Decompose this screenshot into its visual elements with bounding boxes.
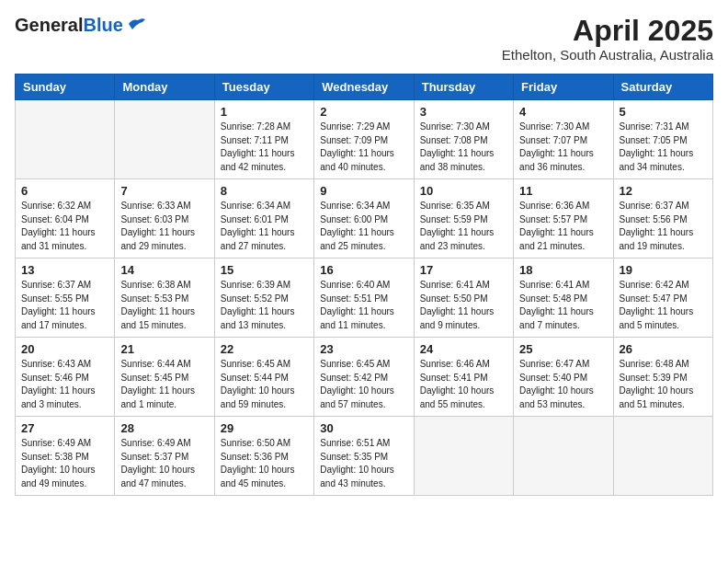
calendar-cell xyxy=(414,417,513,496)
day-number: 11 xyxy=(519,184,607,198)
calendar-cell xyxy=(16,100,115,179)
calendar-cell: 10Sunrise: 6:35 AM Sunset: 5:59 PM Dayli… xyxy=(414,179,513,259)
day-number: 30 xyxy=(320,421,407,435)
page-header: GeneralBlue April 2025 Ethelton, South A… xyxy=(15,15,713,63)
col-header-wednesday: Wednesday xyxy=(314,75,414,100)
day-number: 15 xyxy=(221,263,308,277)
day-info: Sunrise: 6:42 AM Sunset: 5:47 PM Dayligh… xyxy=(620,279,707,332)
day-info: Sunrise: 6:37 AM Sunset: 5:56 PM Dayligh… xyxy=(620,200,707,253)
day-number: 22 xyxy=(221,342,308,356)
day-number: 9 xyxy=(320,184,407,198)
day-number: 23 xyxy=(320,342,407,356)
calendar-week-1: 1Sunrise: 7:28 AM Sunset: 7:11 PM Daylig… xyxy=(16,100,713,179)
calendar-cell: 9Sunrise: 6:34 AM Sunset: 6:00 PM Daylig… xyxy=(314,179,414,259)
logo-blue: Blue xyxy=(83,15,122,35)
day-number: 3 xyxy=(420,105,507,119)
calendar-cell: 26Sunrise: 6:48 AM Sunset: 5:39 PM Dayli… xyxy=(613,338,712,417)
logo-text: GeneralBlue xyxy=(15,15,123,36)
day-info: Sunrise: 7:28 AM Sunset: 7:11 PM Dayligh… xyxy=(221,121,308,174)
day-number: 1 xyxy=(221,105,308,119)
calendar-cell: 5Sunrise: 7:31 AM Sunset: 7:05 PM Daylig… xyxy=(613,100,712,179)
day-number: 24 xyxy=(420,342,507,356)
day-info: Sunrise: 6:45 AM Sunset: 5:44 PM Dayligh… xyxy=(221,358,308,411)
calendar-cell: 2Sunrise: 7:29 AM Sunset: 7:09 PM Daylig… xyxy=(314,100,414,179)
day-number: 2 xyxy=(320,105,407,119)
day-number: 8 xyxy=(221,184,308,198)
day-number: 16 xyxy=(320,263,407,277)
calendar-cell: 6Sunrise: 6:32 AM Sunset: 6:04 PM Daylig… xyxy=(16,179,115,259)
calendar-cell: 22Sunrise: 6:45 AM Sunset: 5:44 PM Dayli… xyxy=(214,338,313,417)
day-number: 21 xyxy=(120,342,208,356)
calendar-cell xyxy=(613,417,712,496)
location: Ethelton, South Australia, Australia xyxy=(502,47,713,63)
col-header-friday: Friday xyxy=(514,75,613,100)
bird-icon xyxy=(127,17,147,35)
day-info: Sunrise: 6:44 AM Sunset: 5:45 PM Dayligh… xyxy=(120,358,208,411)
calendar-cell xyxy=(115,100,214,179)
calendar-week-3: 13Sunrise: 6:37 AM Sunset: 5:55 PM Dayli… xyxy=(16,259,713,338)
day-info: Sunrise: 6:35 AM Sunset: 5:59 PM Dayligh… xyxy=(420,200,507,253)
day-number: 4 xyxy=(519,105,607,119)
day-info: Sunrise: 6:51 AM Sunset: 5:35 PM Dayligh… xyxy=(320,437,407,490)
calendar-cell: 17Sunrise: 6:41 AM Sunset: 5:50 PM Dayli… xyxy=(414,259,513,338)
calendar-cell: 14Sunrise: 6:38 AM Sunset: 5:53 PM Dayli… xyxy=(115,259,214,338)
day-number: 6 xyxy=(21,184,108,198)
day-info: Sunrise: 6:45 AM Sunset: 5:42 PM Dayligh… xyxy=(320,358,407,411)
col-header-saturday: Saturday xyxy=(613,75,712,100)
calendar-cell: 12Sunrise: 6:37 AM Sunset: 5:56 PM Dayli… xyxy=(613,179,712,259)
col-header-sunday: Sunday xyxy=(16,75,115,100)
calendar-cell: 28Sunrise: 6:49 AM Sunset: 5:37 PM Dayli… xyxy=(115,417,214,496)
calendar-cell: 29Sunrise: 6:50 AM Sunset: 5:36 PM Dayli… xyxy=(214,417,313,496)
calendar-cell: 8Sunrise: 6:34 AM Sunset: 6:01 PM Daylig… xyxy=(214,179,313,259)
calendar-cell: 13Sunrise: 6:37 AM Sunset: 5:55 PM Dayli… xyxy=(16,259,115,338)
day-info: Sunrise: 6:46 AM Sunset: 5:41 PM Dayligh… xyxy=(420,358,507,411)
day-info: Sunrise: 6:40 AM Sunset: 5:51 PM Dayligh… xyxy=(320,279,407,332)
calendar-header-row: SundayMondayTuesdayWednesdayThursdayFrid… xyxy=(16,75,713,100)
day-info: Sunrise: 7:29 AM Sunset: 7:09 PM Dayligh… xyxy=(320,121,407,174)
calendar-cell: 7Sunrise: 6:33 AM Sunset: 6:03 PM Daylig… xyxy=(115,179,214,259)
calendar-week-5: 27Sunrise: 6:49 AM Sunset: 5:38 PM Dayli… xyxy=(16,417,713,496)
logo: GeneralBlue xyxy=(15,15,147,36)
day-info: Sunrise: 6:33 AM Sunset: 6:03 PM Dayligh… xyxy=(120,200,208,253)
day-number: 27 xyxy=(21,421,108,435)
day-number: 26 xyxy=(620,342,707,356)
col-header-thursday: Thursday xyxy=(414,75,513,100)
day-info: Sunrise: 7:30 AM Sunset: 7:08 PM Dayligh… xyxy=(420,121,507,174)
calendar-cell: 4Sunrise: 7:30 AM Sunset: 7:07 PM Daylig… xyxy=(514,100,613,179)
day-info: Sunrise: 6:41 AM Sunset: 5:48 PM Dayligh… xyxy=(519,279,607,332)
calendar-cell: 21Sunrise: 6:44 AM Sunset: 5:45 PM Dayli… xyxy=(115,338,214,417)
day-info: Sunrise: 6:49 AM Sunset: 5:37 PM Dayligh… xyxy=(120,437,208,490)
calendar-cell: 23Sunrise: 6:45 AM Sunset: 5:42 PM Dayli… xyxy=(314,338,414,417)
day-info: Sunrise: 6:43 AM Sunset: 5:46 PM Dayligh… xyxy=(21,358,108,411)
day-number: 28 xyxy=(120,421,208,435)
calendar-week-4: 20Sunrise: 6:43 AM Sunset: 5:46 PM Dayli… xyxy=(16,338,713,417)
calendar-cell: 18Sunrise: 6:41 AM Sunset: 5:48 PM Dayli… xyxy=(514,259,613,338)
day-info: Sunrise: 6:39 AM Sunset: 5:52 PM Dayligh… xyxy=(221,279,308,332)
calendar-week-2: 6Sunrise: 6:32 AM Sunset: 6:04 PM Daylig… xyxy=(16,179,713,259)
calendar-cell: 15Sunrise: 6:39 AM Sunset: 5:52 PM Dayli… xyxy=(214,259,313,338)
calendar-cell: 30Sunrise: 6:51 AM Sunset: 5:35 PM Dayli… xyxy=(314,417,414,496)
calendar-cell: 20Sunrise: 6:43 AM Sunset: 5:46 PM Dayli… xyxy=(16,338,115,417)
day-number: 13 xyxy=(21,263,108,277)
day-number: 20 xyxy=(21,342,108,356)
month-year: April 2025 xyxy=(502,15,713,47)
day-info: Sunrise: 6:41 AM Sunset: 5:50 PM Dayligh… xyxy=(420,279,507,332)
day-info: Sunrise: 6:50 AM Sunset: 5:36 PM Dayligh… xyxy=(221,437,308,490)
day-number: 5 xyxy=(620,105,707,119)
calendar-cell: 27Sunrise: 6:49 AM Sunset: 5:38 PM Dayli… xyxy=(16,417,115,496)
day-info: Sunrise: 7:30 AM Sunset: 7:07 PM Dayligh… xyxy=(519,121,607,174)
calendar-cell: 11Sunrise: 6:36 AM Sunset: 5:57 PM Dayli… xyxy=(514,179,613,259)
day-number: 14 xyxy=(120,263,208,277)
day-info: Sunrise: 6:38 AM Sunset: 5:53 PM Dayligh… xyxy=(120,279,208,332)
calendar-cell: 1Sunrise: 7:28 AM Sunset: 7:11 PM Daylig… xyxy=(214,100,313,179)
day-info: Sunrise: 6:47 AM Sunset: 5:40 PM Dayligh… xyxy=(519,358,607,411)
day-info: Sunrise: 7:31 AM Sunset: 7:05 PM Dayligh… xyxy=(620,121,707,174)
col-header-tuesday: Tuesday xyxy=(214,75,313,100)
day-info: Sunrise: 6:48 AM Sunset: 5:39 PM Dayligh… xyxy=(620,358,707,411)
day-info: Sunrise: 6:36 AM Sunset: 5:57 PM Dayligh… xyxy=(519,200,607,253)
day-number: 25 xyxy=(519,342,607,356)
calendar-cell: 3Sunrise: 7:30 AM Sunset: 7:08 PM Daylig… xyxy=(414,100,513,179)
day-info: Sunrise: 6:32 AM Sunset: 6:04 PM Dayligh… xyxy=(21,200,108,253)
day-info: Sunrise: 6:49 AM Sunset: 5:38 PM Dayligh… xyxy=(21,437,108,490)
calendar-cell: 19Sunrise: 6:42 AM Sunset: 5:47 PM Dayli… xyxy=(613,259,712,338)
